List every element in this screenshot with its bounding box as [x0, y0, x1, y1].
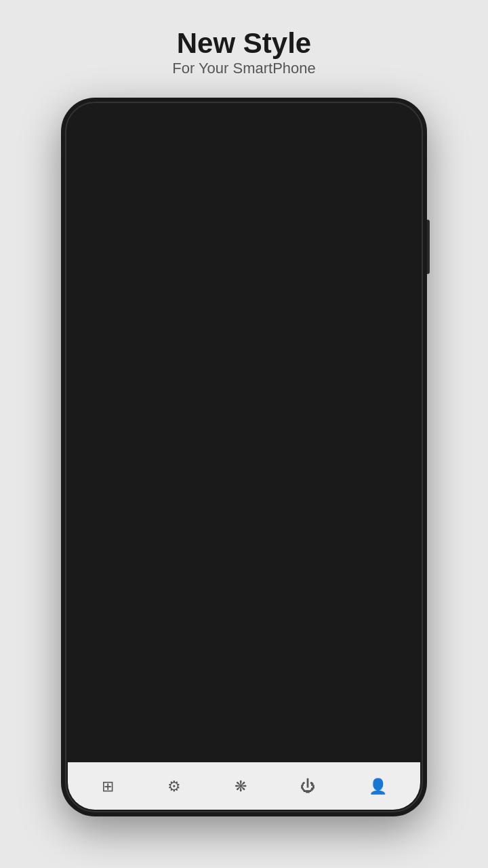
- whatsapp-label: Whatsapp: [350, 460, 387, 469]
- duo-icon: [77, 549, 107, 579]
- app-item-drive[interactable]: Drive: [68, 585, 224, 625]
- date-number: 09: [260, 235, 289, 261]
- life-at-glance-title: Life at Glance: [230, 191, 297, 202]
- life-at-glance-grid: Monday 09 Gmail: [230, 212, 413, 477]
- apps-section-title: Apps: [230, 490, 256, 502]
- app-item-contacts[interactable]: Contacts: [68, 400, 224, 441]
- nav-profile-icon[interactable]: 👤: [363, 772, 392, 801]
- chrome-label: Chrome: [115, 334, 149, 344]
- calculator-icon: [77, 243, 107, 273]
- top-apps: [81, 118, 178, 161]
- nav-settings-icon[interactable]: ⚙: [162, 772, 186, 801]
- duos-card[interactable]: Duos: [325, 511, 413, 574]
- photos-card[interactable]: Photos: [325, 347, 413, 410]
- nav-power-icon[interactable]: ⏻: [295, 772, 321, 801]
- drive-icon: [77, 590, 107, 620]
- svg-marker-1: [153, 135, 163, 145]
- docs-card[interactable]: Docs: [230, 511, 319, 574]
- svg-rect-25: [268, 532, 281, 533]
- app-item-downloads[interactable]: Downloads: [68, 503, 224, 544]
- settings-orange-icon-box: [259, 587, 291, 620]
- chrome-icon: [77, 324, 107, 354]
- calculator-label: Calculator: [115, 252, 158, 263]
- facebook-card[interactable]: Facebok: [230, 415, 319, 477]
- apps-grid: Docs Duos: [230, 511, 413, 642]
- date-widget: Sat 22: [367, 115, 407, 134]
- evernote-card[interactable]: Evernote: [325, 579, 413, 642]
- skype-label: Skype: [358, 324, 380, 334]
- add-life-glance-btn[interactable]: +: [396, 187, 413, 205]
- dropbox-icon: [77, 468, 107, 498]
- svg-rect-15: [85, 559, 96, 569]
- camera-icon: [77, 283, 107, 313]
- search-bar[interactable]: 🔍 Search 🎤: [76, 187, 216, 209]
- app-item-camera[interactable]: Camera: [68, 278, 224, 319]
- app-item-clock[interactable]: Clock: [68, 359, 224, 400]
- svg-rect-6: [93, 258, 98, 260]
- phone-screen: Sat 22 🔍 Search 🎤 C: [68, 104, 420, 810]
- svg-rect-20: [85, 661, 100, 673]
- section-letter-e: E: [68, 625, 224, 647]
- add-apps-btn[interactable]: +: [396, 487, 413, 505]
- downloads-label: Downloads: [115, 518, 162, 529]
- header: New Style For Your SmartPhone: [172, 0, 316, 91]
- right-section: Life at Glance + Monday 09: [224, 178, 420, 758]
- svg-rect-8: [93, 262, 98, 264]
- settings-orange-card[interactable]: Settings: [230, 579, 319, 642]
- app-drawer: 🔍 Search 🎤 C: [68, 178, 420, 758]
- photos-label: Photos: [357, 392, 382, 401]
- svg-point-23: [272, 370, 278, 376]
- svg-rect-0: [94, 131, 113, 144]
- search-placeholder: Search: [102, 193, 189, 203]
- nav-home-icon[interactable]: ⊞: [96, 772, 119, 801]
- camera2-icon-box: [259, 355, 291, 388]
- mic-icon[interactable]: 🎤: [195, 193, 206, 203]
- downloads-icon: [77, 509, 107, 538]
- store-icon-box: [259, 288, 291, 320]
- day-label: Monday: [262, 224, 288, 233]
- section-letter-c: C: [68, 216, 224, 237]
- header-subtitle: For Your SmartPhone: [172, 60, 316, 77]
- whatsapp-card[interactable]: Whatsapp: [325, 415, 413, 477]
- youtube-app-icon[interactable]: [134, 118, 178, 161]
- date-card: Monday 09: [230, 212, 319, 274]
- camera2-card[interactable]: Camera: [230, 347, 319, 410]
- app-item-dropbox[interactable]: Dropbox: [68, 462, 224, 503]
- bottom-nav: ⊞ ⚙ ❋ ⏻ 👤: [68, 762, 420, 810]
- svg-rect-5: [87, 258, 92, 260]
- duos-label: Duos: [359, 556, 378, 566]
- dropbox-label: Dropbox: [115, 477, 151, 488]
- life-at-glance-header: Life at Glance +: [230, 187, 413, 205]
- svg-rect-26: [268, 535, 281, 536]
- gmail-card[interactable]: Gmail: [325, 212, 413, 274]
- app-item-email[interactable]: Email: [68, 647, 224, 688]
- svg-rect-4: [93, 252, 98, 256]
- camera2-label: Camera: [260, 392, 289, 401]
- facebook-icon-box: [259, 423, 291, 456]
- gmail-label: Gmail: [359, 256, 380, 266]
- duo-label: Duo: [115, 559, 133, 570]
- whatsapp-icon-box: [353, 423, 386, 456]
- email-icon: [77, 652, 107, 682]
- svg-point-9: [89, 296, 96, 302]
- contacts-icon: [77, 406, 107, 435]
- app-item-chrome[interactable]: Chrome: [68, 319, 224, 359]
- nav-apps-icon[interactable]: ❋: [229, 772, 252, 801]
- facebook-label: Facebok: [259, 460, 290, 469]
- search-icon: 🔍: [85, 193, 97, 203]
- header-title: New Style: [172, 27, 316, 60]
- drive-label: Drive: [115, 599, 138, 610]
- app-item-duo[interactable]: Duo: [68, 544, 224, 585]
- settings-orange-label: Settings: [260, 624, 289, 633]
- camera-label: Camera: [115, 293, 149, 304]
- photos-icon-box: [353, 355, 386, 388]
- clock-label: Clock: [115, 374, 139, 385]
- svg-marker-22: [268, 294, 275, 314]
- monitor-app-icon[interactable]: [81, 118, 125, 161]
- skype-card[interactable]: Skype: [325, 279, 413, 342]
- store-card[interactable]: Store: [230, 279, 319, 342]
- clock-icon: [77, 365, 107, 395]
- docs-icon-box: [259, 519, 291, 552]
- contacts-label: Contacts: [115, 415, 152, 426]
- app-item-calculator[interactable]: Calculator: [68, 237, 224, 278]
